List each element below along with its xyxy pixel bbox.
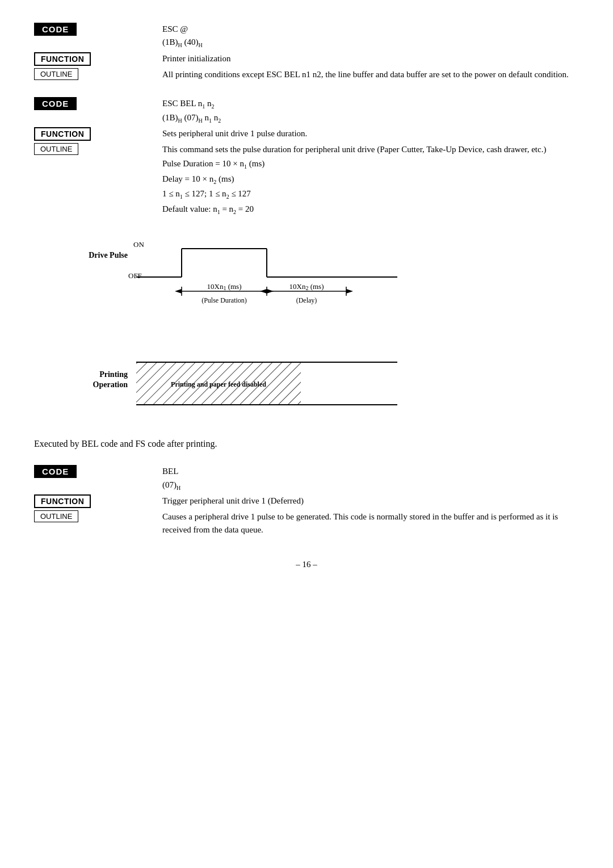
- outline-line-5: Default value: n1 = n2 = 20: [162, 203, 579, 217]
- svg-marker-13: [260, 289, 267, 293]
- code-badge-3: CODE: [34, 465, 77, 478]
- function-label-1: FUNCTION: [34, 52, 153, 66]
- code-hex-2: (1B)H (07)H n1 n2: [162, 113, 221, 122]
- svg-text:10Xn2 (ms): 10Xn2 (ms): [289, 282, 324, 291]
- code-content-3: BEL (07)H: [162, 465, 579, 492]
- function-content-2: Sets peripheral unit drive 1 pulse durat…: [162, 127, 579, 140]
- outline-label-1: OUTLINE: [34, 68, 153, 80]
- outline-line-1: This command sets the pulse duration for…: [162, 143, 579, 156]
- code-label-3: CODE: [34, 465, 153, 478]
- code-text-1: ESC @: [162, 24, 188, 33]
- section-3: CODE BEL (07)H FUNCTION Trigger peripher…: [34, 465, 579, 536]
- section-1: CODE ESC @ (1B)H (40)H FUNCTION Printer …: [34, 23, 579, 81]
- outline-content-2: This command sets the pulse duration for…: [162, 143, 579, 217]
- function-badge-1: FUNCTION: [34, 52, 91, 66]
- function-label-3: FUNCTION: [34, 494, 153, 508]
- function-badge-3: FUNCTION: [34, 494, 91, 508]
- outline-badge-1: OUTLINE: [34, 68, 78, 80]
- outline-badge-2: OUTLINE: [34, 143, 78, 155]
- svg-marker-14: [346, 289, 353, 293]
- svg-text:Printing and paper feed disabl: Printing and paper feed disabled: [171, 380, 266, 388]
- code-hex-3: (07)H: [162, 480, 180, 489]
- code-text-2: ESC BEL n1 n2: [162, 99, 215, 108]
- code-hex-1: (1B)H (40)H: [162, 37, 203, 47]
- drive-pulse-label: Drive Pulse: [79, 250, 128, 261]
- code-badge-2: CODE: [34, 97, 77, 110]
- outline-label-3: OUTLINE: [34, 510, 153, 522]
- outline-line-2: Pulse Duration = 10 × n1 (ms): [162, 157, 579, 171]
- function-badge-2: FUNCTION: [34, 127, 91, 141]
- code-badge-1: CODE: [34, 23, 77, 36]
- code-text-3: BEL: [162, 467, 178, 476]
- waveform-svg: 10Xn1 (ms) (Pulse Duration) 10Xn2 (ms) (…: [136, 234, 409, 308]
- outline-line-4: 1 ≤ n1 ≤ 127; 1 ≤ n2 ≤ 127: [162, 187, 579, 202]
- function-content-3: Trigger peripheral unit drive 1 (Deferre…: [162, 494, 579, 508]
- function-label-2: FUNCTION: [34, 127, 153, 141]
- outline-content-1: All printing conditions except ESC BEL n…: [162, 68, 579, 81]
- svg-text:10Xn1 (ms): 10Xn1 (ms): [207, 282, 242, 291]
- code-label-1: CODE: [34, 23, 153, 36]
- executed-text: Executed by BEL code and FS code after p…: [34, 439, 579, 449]
- function-content-1: Printer initialization: [162, 52, 579, 65]
- code-label-2: CODE: [34, 97, 153, 110]
- outline-content-3: Causes a peripheral drive 1 pulse to be …: [162, 510, 579, 537]
- code-content-1: ESC @ (1B)H (40)H: [162, 23, 579, 50]
- drive-pulse-diagram-area: ON Drive Pulse OFF– 10Xn1 (ms): [79, 234, 579, 422]
- section-2: CODE ESC BEL n1 n2 (1B)H (07)H n1 n2 FUN…: [34, 97, 579, 217]
- outline-line-3: Delay = 10 × n2 (ms): [162, 173, 579, 187]
- code-content-2: ESC BEL n1 n2 (1B)H (07)H n1 n2: [162, 97, 579, 125]
- outline-badge-3: OUTLINE: [34, 510, 78, 522]
- printing-operation-label: PrintingOperation: [79, 370, 128, 390]
- page-number: – 16 –: [34, 560, 579, 569]
- svg-marker-6: [175, 289, 182, 293]
- outline-label-2: OUTLINE: [34, 143, 153, 155]
- printing-svg: Printing and paper feed disabled: [136, 354, 397, 416]
- svg-text:(Delay): (Delay): [296, 296, 317, 304]
- svg-text:(Pulse Duration): (Pulse Duration): [201, 296, 247, 304]
